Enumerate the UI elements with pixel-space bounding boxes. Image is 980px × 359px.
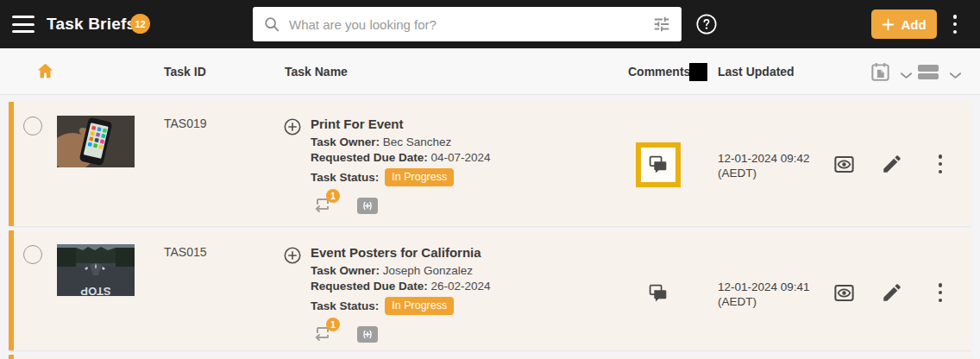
- column-task-id: Task ID: [164, 65, 206, 79]
- search-bar[interactable]: [253, 7, 682, 41]
- column-comments: Comments: [628, 65, 690, 79]
- task-name: Print For Event: [311, 116, 578, 133]
- task-owner-line: Task Owner: Joseph Gonzalez: [311, 265, 578, 277]
- expand-plus-icon[interactable]: [283, 246, 302, 265]
- last-updated-value: 12-01-2024 09:41 (AEDT): [718, 280, 823, 309]
- task-id-value: TAS019: [164, 117, 207, 130]
- edit-pencil-icon[interactable]: [881, 281, 903, 304]
- task-details: Print For Event Task Owner: Bec Sanchez …: [311, 116, 578, 216]
- task-briefs-app: Task Briefs 12 Add: [0, 0, 980, 359]
- task-row-partial: [9, 355, 971, 359]
- page-title: Task Briefs: [47, 15, 135, 34]
- add-button[interactable]: Add: [871, 9, 937, 39]
- preview-eye-icon[interactable]: [832, 281, 856, 305]
- search-input[interactable]: [289, 17, 652, 32]
- plus-icon: [882, 18, 895, 31]
- linked-count-badge: 1: [326, 318, 340, 331]
- add-version-icon[interactable]: [357, 198, 378, 214]
- kebab-menu-icon[interactable]: [949, 15, 961, 34]
- column-last-updated: Last Updated: [718, 65, 795, 79]
- calendar-report-icon[interactable]: [870, 61, 891, 86]
- requested-due-date-line: Requested Due Date: 04-07-2024: [311, 152, 578, 164]
- comments-button[interactable]: [636, 271, 681, 316]
- task-status-line: Task Status: In Progress: [311, 168, 578, 186]
- chevron-down-icon[interactable]: [949, 68, 962, 84]
- row-view-icon[interactable]: [918, 65, 939, 79]
- requested-due-date-line: Requested Due Date: 26-02-2024: [311, 280, 578, 293]
- preview-eye-icon[interactable]: [832, 153, 856, 176]
- task-thumbnail[interactable]: [57, 116, 135, 167]
- add-version-icon[interactable]: [357, 326, 378, 343]
- task-id-value: TAS015: [164, 245, 207, 259]
- comments-button[interactable]: [636, 142, 681, 187]
- top-bar: Task Briefs 12 Add: [0, 0, 980, 48]
- search-icon: [263, 16, 280, 33]
- linked-tasks-icon[interactable]: 1: [311, 195, 333, 216]
- row-mini-icons: 1: [311, 324, 578, 344]
- edit-pencil-icon[interactable]: [881, 153, 903, 175]
- help-icon[interactable]: [695, 13, 718, 35]
- row-mini-icons: 1: [311, 195, 578, 216]
- linked-count-badge: 1: [326, 189, 340, 203]
- task-owner-line: Task Owner: Bec Sanchez: [311, 136, 578, 148]
- svg-text:STOP: STOP: [80, 285, 110, 296]
- task-details: Event Posters for California Task Owner:…: [311, 244, 578, 344]
- expand-plus-icon[interactable]: [283, 117, 302, 136]
- add-button-label: Add: [901, 17, 926, 32]
- comment-icon: [647, 282, 670, 305]
- status-badge: In Progress: [385, 297, 454, 315]
- task-thumbnail[interactable]: STOP: [57, 244, 135, 296]
- task-row: TAS019 Print For Event Task Owner: Bec S…: [9, 102, 971, 226]
- black-square-artifact: [689, 63, 707, 81]
- task-name: Event Posters for California: [311, 244, 578, 261]
- comment-icon: [647, 154, 670, 177]
- column-task-name: Task Name: [285, 65, 348, 79]
- task-count-badge: 12: [130, 14, 150, 34]
- row-select-radio[interactable]: [23, 245, 42, 264]
- task-status-line: Task Status: In Progress: [311, 297, 578, 315]
- hamburger-menu-icon[interactable]: [12, 16, 35, 33]
- chevron-down-icon[interactable]: [900, 68, 913, 84]
- task-row: STOP TAS015 Event Posters for California…: [9, 230, 971, 350]
- last-updated-value: 12-01-2024 09:42 (AEDT): [718, 151, 823, 180]
- linked-tasks-icon[interactable]: 1: [311, 324, 333, 344]
- home-icon[interactable]: [35, 61, 55, 84]
- row-select-radio[interactable]: [23, 117, 42, 135]
- row-kebab-menu-icon[interactable]: [932, 283, 949, 302]
- filter-sliders-icon[interactable]: [652, 15, 671, 34]
- row-kebab-menu-icon[interactable]: [932, 154, 949, 173]
- status-badge: In Progress: [385, 168, 454, 186]
- table-header: Task ID Task Name Comments Last Updated: [0, 48, 980, 95]
